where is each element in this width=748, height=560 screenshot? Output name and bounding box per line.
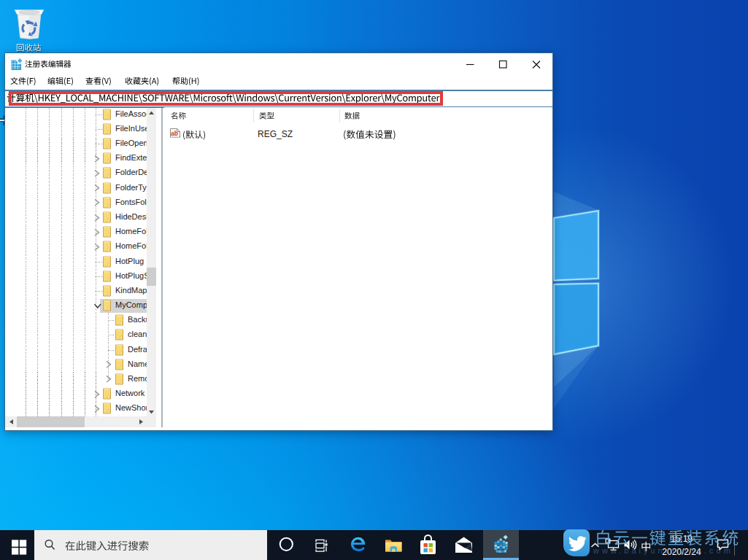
svg-text:ab: ab (171, 130, 178, 137)
